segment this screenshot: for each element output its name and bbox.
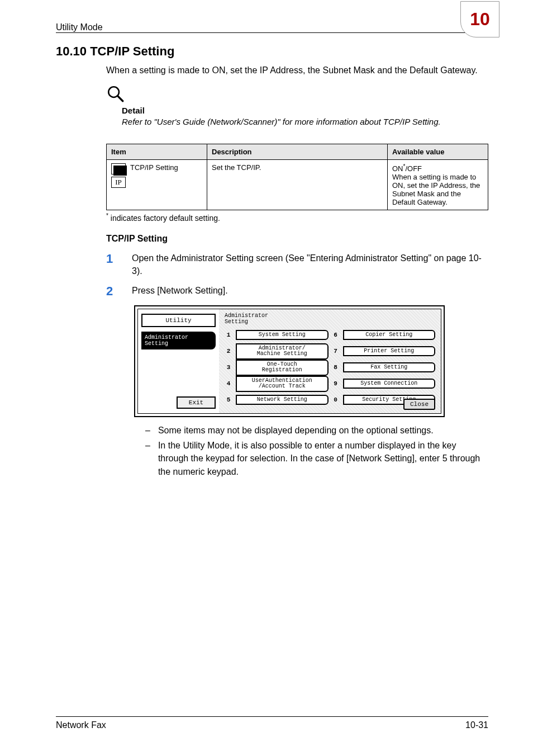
note-item: – In the Utility Mode, it is also possib… — [145, 439, 488, 478]
exit-button[interactable]: Exit — [177, 396, 216, 409]
menu-num-8: 8 — [332, 364, 340, 371]
menu-system-connection[interactable]: System Connection — [343, 379, 436, 389]
step-2: 2 Press [Network Setting]. — [106, 284, 488, 299]
menu-num-5: 5 — [225, 396, 232, 403]
menu-num-0: 0 — [332, 396, 340, 403]
ip-icon-bottom: IP — [111, 177, 126, 188]
detail-heading: Detail — [122, 106, 488, 115]
utility-button[interactable]: Utility — [141, 314, 216, 327]
menu-num-6: 6 — [332, 332, 340, 338]
intro-text: When a setting is made to ON, set the IP… — [106, 64, 488, 77]
menu-num-3: 3 — [225, 364, 232, 371]
magnifier-icon — [106, 84, 125, 103]
note-item: – Some items may not be displayed depend… — [145, 424, 488, 437]
item-description: Set the TCP/IP. — [207, 159, 388, 210]
menu-num-4: 4 — [225, 380, 232, 387]
header-section: Utility Mode — [56, 22, 103, 32]
footnote: * indicates factory default setting. — [106, 212, 488, 223]
menu-printer-setting[interactable]: Printer Setting — [343, 346, 436, 357]
settings-table: Item Description Available value I IP TC… — [106, 144, 488, 210]
step-number: 2 — [106, 284, 120, 299]
section-heading: 10.10 TCP/IP Setting — [56, 44, 488, 59]
menu-network-setting[interactable]: Network Setting — [236, 395, 329, 405]
menu-one-touch-registration[interactable]: One-Touch Registration — [236, 360, 329, 376]
th-available: Available value — [388, 144, 488, 159]
th-description: Description — [207, 144, 388, 159]
menu-num-9: 9 — [332, 380, 340, 387]
footer-right: 10-31 — [465, 720, 488, 730]
menu-admin-machine-setting[interactable]: Administrator/ Machine Setting — [236, 343, 329, 360]
item-available: ON*/OFF When a setting is made to ON, se… — [388, 159, 488, 210]
dash-icon: – — [145, 439, 150, 478]
table-header-row: Item Description Available value — [107, 144, 488, 159]
detail-body: Refer to "User's Guide (Network/Scanner)… — [122, 116, 488, 127]
step-number: 1 — [106, 252, 120, 266]
menu-grid: 1 System Setting 6 Copier Setting 2 Admi… — [225, 328, 435, 407]
table-row: I IP TCP/IP Setting Set the TCP/IP. ON*/… — [107, 159, 488, 210]
device-screen: Utility Administrator Setting Exit Admin… — [134, 305, 445, 417]
screen-title: Administrator Setting — [225, 313, 435, 325]
admin-setting-tab[interactable]: Administrator Setting — [141, 332, 216, 349]
menu-system-setting[interactable]: System Setting — [236, 330, 329, 341]
th-item: Item — [107, 144, 207, 159]
menu-num-7: 7 — [332, 348, 340, 355]
menu-num-2: 2 — [225, 348, 232, 355]
footer-left: Network Fax — [56, 720, 106, 730]
ip-icon-top: I — [111, 163, 126, 174]
dash-icon: – — [145, 424, 150, 437]
menu-fax-setting[interactable]: Fax Setting — [343, 362, 436, 373]
step-text: Press [Network Setting]. — [132, 284, 488, 297]
step-1: 1 Open the Administrator Setting screen … — [106, 252, 488, 277]
subheading: TCP/IP Setting — [106, 234, 488, 244]
chapter-number: 10 — [470, 9, 490, 30]
menu-num-1: 1 — [225, 332, 232, 338]
item-name: TCP/IP Setting — [130, 163, 178, 172]
chapter-number-box: 10 — [460, 1, 499, 37]
step-text: Open the Administrator Setting screen (S… — [132, 252, 488, 277]
svg-line-1 — [117, 96, 122, 101]
close-button[interactable]: Close — [403, 399, 435, 410]
menu-copier-setting[interactable]: Copier Setting — [343, 330, 436, 341]
menu-user-auth-track[interactable]: UserAuthentication /Account Track — [236, 376, 329, 392]
